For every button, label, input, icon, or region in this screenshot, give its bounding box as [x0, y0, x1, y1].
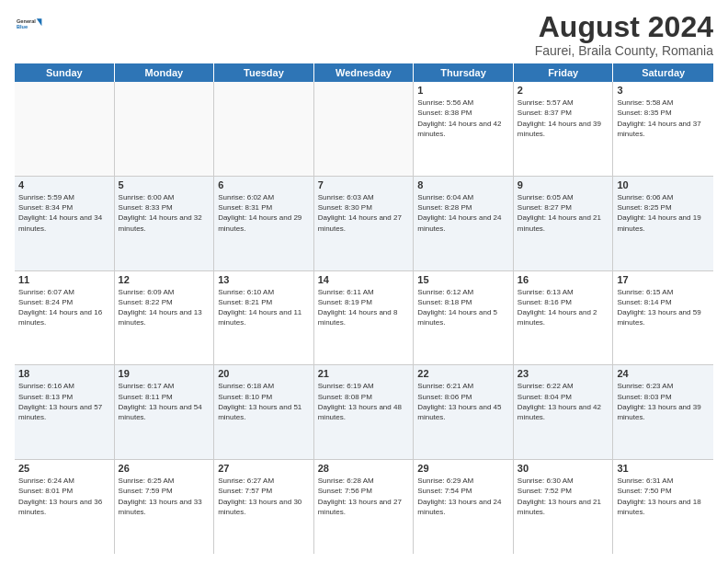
day-cell-9: 9Sunrise: 6:05 AM Sunset: 8:27 PM Daylig… [514, 177, 614, 270]
day-number-20: 20 [218, 368, 310, 379]
day-number-21: 21 [318, 368, 410, 379]
day-text-12: Sunrise: 6:09 AM Sunset: 8:22 PM Dayligh… [119, 287, 210, 328]
subtitle: Faurei, Braila County, Romania [535, 43, 713, 58]
day-number-25: 25 [18, 463, 110, 474]
day-number-23: 23 [518, 368, 609, 379]
day-number-5: 5 [119, 179, 210, 190]
day-text-7: Sunrise: 6:03 AM Sunset: 8:30 PM Dayligh… [318, 192, 410, 234]
day-number-24: 24 [617, 368, 710, 379]
day-number-12: 12 [119, 274, 210, 285]
day-text-8: Sunrise: 6:04 AM Sunset: 8:28 PM Dayligh… [417, 192, 509, 234]
day-number-4: 4 [18, 179, 110, 190]
day-cell-27: 27Sunrise: 6:27 AM Sunset: 7:57 PM Dayli… [214, 460, 314, 554]
logo: GeneralBlue [15, 11, 42, 37]
title-block: August 2024 Faurei, Braila County, Roman… [535, 11, 713, 58]
header-saturday: Saturday [613, 63, 713, 82]
day-text-24: Sunrise: 6:23 AM Sunset: 8:03 PM Dayligh… [617, 381, 710, 422]
day-cell-28: 28Sunrise: 6:28 AM Sunset: 7:56 PM Dayli… [314, 460, 415, 554]
day-text-29: Sunrise: 6:29 AM Sunset: 7:54 PM Dayligh… [417, 476, 509, 517]
svg-text:Blue: Blue [17, 24, 28, 29]
day-cell-18: 18Sunrise: 6:16 AM Sunset: 8:13 PM Dayli… [15, 365, 115, 459]
header-wednesday: Wednesday [314, 63, 415, 82]
day-number-26: 26 [119, 463, 210, 474]
day-number-16: 16 [518, 274, 609, 285]
day-text-15: Sunrise: 6:12 AM Sunset: 8:18 PM Dayligh… [417, 287, 509, 328]
day-number-18: 18 [18, 368, 110, 379]
day-text-17: Sunrise: 6:15 AM Sunset: 8:14 PM Dayligh… [617, 287, 710, 328]
page: GeneralBlue August 2024 Faurei, Braila C… [0, 0, 728, 563]
header-thursday: Thursday [414, 63, 514, 82]
day-number-31: 31 [617, 463, 710, 474]
day-number-14: 14 [318, 274, 410, 285]
day-text-11: Sunrise: 6:07 AM Sunset: 8:24 PM Dayligh… [18, 287, 110, 328]
day-number-27: 27 [218, 463, 310, 474]
day-cell-4: 4Sunrise: 5:59 AM Sunset: 8:34 PM Daylig… [15, 177, 115, 270]
day-text-9: Sunrise: 6:05 AM Sunset: 8:27 PM Dayligh… [518, 192, 609, 234]
day-cell-30: 30Sunrise: 6:30 AM Sunset: 7:52 PM Dayli… [514, 460, 614, 554]
day-text-13: Sunrise: 6:10 AM Sunset: 8:21 PM Dayligh… [218, 287, 310, 328]
svg-text:General: General [17, 18, 36, 24]
day-text-26: Sunrise: 6:25 AM Sunset: 7:59 PM Dayligh… [119, 476, 210, 517]
week-row-2: 4Sunrise: 5:59 AM Sunset: 8:34 PM Daylig… [15, 177, 713, 271]
day-number-9: 9 [518, 179, 609, 190]
day-text-5: Sunrise: 6:00 AM Sunset: 8:33 PM Dayligh… [119, 192, 210, 234]
day-number-6: 6 [218, 179, 310, 190]
day-text-1: Sunrise: 5:56 AM Sunset: 8:38 PM Dayligh… [417, 98, 509, 139]
day-number-30: 30 [518, 463, 609, 474]
day-text-6: Sunrise: 6:02 AM Sunset: 8:31 PM Dayligh… [218, 192, 310, 234]
day-cell-10: 10Sunrise: 6:06 AM Sunset: 8:25 PM Dayli… [613, 177, 713, 270]
day-number-11: 11 [18, 274, 110, 285]
day-cell-22: 22Sunrise: 6:21 AM Sunset: 8:06 PM Dayli… [414, 365, 514, 459]
day-cell-5: 5Sunrise: 6:00 AM Sunset: 8:33 PM Daylig… [115, 177, 215, 270]
day-cell-26: 26Sunrise: 6:25 AM Sunset: 7:59 PM Dayli… [115, 460, 215, 554]
day-cell-2: 2Sunrise: 5:57 AM Sunset: 8:37 PM Daylig… [514, 82, 614, 176]
day-cell-17: 17Sunrise: 6:15 AM Sunset: 8:14 PM Dayli… [613, 271, 713, 365]
logo-icon: GeneralBlue [17, 11, 42, 37]
week-row-1: 1Sunrise: 5:56 AM Sunset: 8:38 PM Daylig… [15, 82, 713, 177]
day-number-28: 28 [318, 463, 410, 474]
week-row-4: 18Sunrise: 6:16 AM Sunset: 8:13 PM Dayli… [15, 365, 713, 460]
day-number-29: 29 [417, 463, 509, 474]
empty-cell-0-0 [15, 82, 115, 176]
calendar-body: 1Sunrise: 5:56 AM Sunset: 8:38 PM Daylig… [15, 82, 713, 554]
day-number-1: 1 [417, 85, 509, 96]
day-cell-25: 25Sunrise: 6:24 AM Sunset: 8:01 PM Dayli… [15, 460, 115, 554]
day-text-23: Sunrise: 6:22 AM Sunset: 8:04 PM Dayligh… [518, 381, 609, 422]
day-cell-11: 11Sunrise: 6:07 AM Sunset: 8:24 PM Dayli… [15, 271, 115, 365]
day-text-14: Sunrise: 6:11 AM Sunset: 8:19 PM Dayligh… [318, 287, 410, 328]
header-sunday: Sunday [15, 63, 115, 82]
day-text-10: Sunrise: 6:06 AM Sunset: 8:25 PM Dayligh… [617, 192, 710, 234]
day-number-2: 2 [518, 85, 609, 96]
day-cell-20: 20Sunrise: 6:18 AM Sunset: 8:10 PM Dayli… [214, 365, 314, 459]
calendar: Sunday Monday Tuesday Wednesday Thursday… [15, 63, 713, 554]
day-text-28: Sunrise: 6:28 AM Sunset: 7:56 PM Dayligh… [318, 476, 410, 517]
day-text-4: Sunrise: 5:59 AM Sunset: 8:34 PM Dayligh… [18, 192, 110, 234]
day-text-16: Sunrise: 6:13 AM Sunset: 8:16 PM Dayligh… [518, 287, 609, 328]
empty-cell-0-1 [115, 82, 215, 176]
day-number-19: 19 [119, 368, 210, 379]
month-title: August 2024 [535, 11, 713, 43]
day-cell-7: 7Sunrise: 6:03 AM Sunset: 8:30 PM Daylig… [314, 177, 415, 270]
day-cell-24: 24Sunrise: 6:23 AM Sunset: 8:03 PM Dayli… [613, 365, 713, 459]
day-text-31: Sunrise: 6:31 AM Sunset: 7:50 PM Dayligh… [617, 476, 710, 517]
day-cell-14: 14Sunrise: 6:11 AM Sunset: 8:19 PM Dayli… [314, 271, 415, 365]
day-cell-31: 31Sunrise: 6:31 AM Sunset: 7:50 PM Dayli… [613, 460, 713, 554]
day-number-10: 10 [617, 179, 710, 190]
day-number-22: 22 [417, 368, 509, 379]
week-row-5: 25Sunrise: 6:24 AM Sunset: 8:01 PM Dayli… [15, 460, 713, 554]
day-text-22: Sunrise: 6:21 AM Sunset: 8:06 PM Dayligh… [417, 381, 509, 422]
week-row-3: 11Sunrise: 6:07 AM Sunset: 8:24 PM Dayli… [15, 271, 713, 366]
day-cell-21: 21Sunrise: 6:19 AM Sunset: 8:08 PM Dayli… [314, 365, 415, 459]
header-friday: Friday [514, 63, 614, 82]
day-text-20: Sunrise: 6:18 AM Sunset: 8:10 PM Dayligh… [218, 381, 310, 422]
calendar-header: Sunday Monday Tuesday Wednesday Thursday… [15, 63, 713, 82]
header-monday: Monday [115, 63, 215, 82]
day-cell-6: 6Sunrise: 6:02 AM Sunset: 8:31 PM Daylig… [214, 177, 314, 270]
day-number-3: 3 [617, 85, 710, 96]
day-cell-12: 12Sunrise: 6:09 AM Sunset: 8:22 PM Dayli… [115, 271, 215, 365]
day-cell-13: 13Sunrise: 6:10 AM Sunset: 8:21 PM Dayli… [214, 271, 314, 365]
day-text-25: Sunrise: 6:24 AM Sunset: 8:01 PM Dayligh… [18, 476, 110, 517]
day-text-30: Sunrise: 6:30 AM Sunset: 7:52 PM Dayligh… [518, 476, 609, 517]
day-text-21: Sunrise: 6:19 AM Sunset: 8:08 PM Dayligh… [318, 381, 410, 422]
day-cell-19: 19Sunrise: 6:17 AM Sunset: 8:11 PM Dayli… [115, 365, 215, 459]
